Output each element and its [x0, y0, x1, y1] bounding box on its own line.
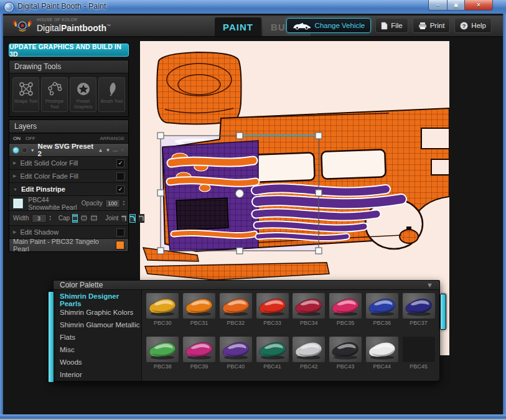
joint-miter-icon: [121, 216, 126, 221]
expand-icon[interactable]: ▶: [13, 174, 16, 179]
maximize-button[interactable]: ▣: [447, 0, 464, 11]
selection-handle[interactable]: [157, 133, 164, 139]
selection-handle[interactable]: [157, 248, 164, 254]
brush-tool-button[interactable]: Brush Tool: [98, 77, 125, 112]
window-border-right: [503, 14, 506, 414]
car-color-preview-icon: [367, 338, 398, 361]
color-swatch-pbc45[interactable]: PBC45: [400, 337, 437, 380]
width-stepper[interactable]: ▴▾: [50, 215, 51, 221]
expand-icon[interactable]: ▶: [13, 230, 16, 235]
print-button[interactable]: Print: [413, 18, 451, 33]
category-woods[interactable]: Woods: [60, 356, 141, 368]
width-value[interactable]: 3: [32, 214, 47, 223]
opacity-stepper[interactable]: ▴▾: [123, 200, 124, 206]
solid-fill-checkbox[interactable]: ✓: [116, 159, 124, 167]
minimize-button[interactable]: –: [428, 0, 447, 11]
edit-shadow-row[interactable]: ▶ Edit Shadow ✓: [9, 225, 128, 238]
category-interior[interactable]: Interior: [60, 368, 141, 381]
change-vehicle-button[interactable]: Change Vehicle: [286, 18, 372, 33]
window-titlebar[interactable]: Digital Paint Booth - Paint – ▣ ✕: [0, 0, 506, 14]
selection-handle[interactable]: [157, 190, 164, 196]
color-swatch-pbc36[interactable]: PBC36: [364, 293, 401, 336]
pinstripe-checkbox[interactable]: ✓: [116, 185, 124, 194]
category-shimrin-glamour-metallic[interactable]: Shimrin Glamour Metallic: [60, 319, 141, 331]
color-swatch-pbc31[interactable]: PBC31: [181, 293, 218, 336]
file-button[interactable]: File: [375, 18, 408, 33]
category-shimrin-designer-pearls[interactable]: Shimrin Designer Pearls: [60, 294, 141, 306]
palette-scrollbar-left[interactable]: [48, 291, 54, 383]
cap-square-icon: [91, 216, 97, 220]
toolbar-actions: Change Vehicle File Print ? Help: [286, 18, 492, 33]
shape-tool-button[interactable]: Shape Tool: [12, 77, 39, 112]
pinstripe-color-swatch[interactable]: [13, 198, 23, 208]
color-swatch-pbc30[interactable]: PBC30: [144, 293, 181, 336]
color-swatch-pbc37[interactable]: PBC37: [400, 293, 437, 336]
layer-off-radio[interactable]: [22, 147, 27, 153]
palette-scrollbar-right[interactable]: [440, 294, 446, 330]
selection-handle[interactable]: [237, 133, 243, 139]
joint-bevel-button[interactable]: [138, 214, 144, 223]
edit-solid-color-fill-row[interactable]: ▶ Edit Solid Color Fill ✓: [9, 156, 128, 169]
edit-color-fade-fill-row[interactable]: ▶ Edit Color Fade Fill ✓: [9, 169, 128, 182]
joint-round-button[interactable]: [129, 214, 136, 223]
category-shimrin-graphic-kolors[interactable]: Shimrin Graphic Kolors: [60, 306, 141, 319]
car-icon: [293, 21, 311, 30]
color-palette-header[interactable]: Color Palette ▼: [54, 281, 439, 290]
color-swatch-pbc35[interactable]: PBC35: [327, 293, 364, 336]
layer-dropdown-icon[interactable]: ▼: [30, 148, 35, 152]
swatch-tile: [366, 337, 398, 362]
selection-handle[interactable]: [316, 190, 322, 196]
cap-butt-button[interactable]: [72, 214, 78, 223]
arrange-up-icon[interactable]: ▲: [98, 147, 103, 153]
color-swatch-pbc43[interactable]: PBC43: [327, 337, 364, 380]
color-swatch-pbc32[interactable]: PBC32: [218, 293, 255, 336]
selection-center-handle[interactable]: [236, 190, 244, 198]
file-icon: [381, 22, 388, 30]
selection-handle[interactable]: [316, 248, 322, 254]
delete-layer-icon[interactable]: ✕: [120, 147, 124, 153]
preset-graphics-button[interactable]: Preset Graphics: [70, 77, 96, 112]
main-paint-swatch[interactable]: [116, 241, 124, 250]
window-controls: – ▣ ✕: [428, 0, 493, 11]
layer-on-radio[interactable]: [13, 147, 19, 153]
pinstripe-tool-button[interactable]: Pinstripe Tool: [41, 77, 68, 112]
brand-top-text: HOUSE OF KOLOR: [37, 17, 111, 22]
color-swatch-pbc44[interactable]: PBC44: [364, 337, 401, 380]
selection-handle[interactable]: [237, 248, 243, 254]
category-misc[interactable]: Misc: [60, 343, 141, 356]
arrange-down-icon[interactable]: ▼: [105, 147, 110, 153]
update-graphics-button[interactable]: UPDATE GRAPHICS AND BUILD IN 3D: [9, 44, 129, 57]
color-swatch-pbc42[interactable]: PBC42: [291, 337, 327, 380]
selection-handle[interactable]: [316, 133, 322, 139]
swatch-tile: [329, 337, 362, 362]
color-swatch-pbc39[interactable]: PBC39: [181, 337, 218, 380]
car-color-preview-icon: [184, 295, 215, 317]
opacity-value[interactable]: 100: [105, 199, 120, 208]
color-swatch-pbc34[interactable]: PBC34: [291, 293, 327, 336]
cap-square-button[interactable]: [90, 214, 98, 223]
window-title: Digital Paint Booth - Paint: [17, 2, 106, 11]
active-layer-row[interactable]: ▼ New SVG Preset 2 ▲ ▼ ▬ ✕: [9, 143, 128, 156]
swatch-tile: [183, 293, 215, 319]
fade-fill-checkbox[interactable]: ✓: [116, 172, 124, 180]
shadow-checkbox[interactable]: ✓: [116, 228, 124, 236]
swatch-grid: PBC30 PBC31 PBC32 PBC33 PBC34 PBC35 PBC3…: [142, 290, 439, 381]
edit-pinstripe-row[interactable]: ▼ Edit Pinstripe ✓: [9, 182, 128, 195]
collapse-icon[interactable]: ▼: [13, 187, 17, 192]
category-flats[interactable]: Flats: [60, 331, 141, 343]
color-swatch-pbc41[interactable]: PBC41: [254, 337, 291, 380]
joint-miter-button[interactable]: [121, 214, 127, 223]
cap-round-button[interactable]: [80, 214, 88, 223]
close-button[interactable]: ✕: [464, 0, 493, 11]
duplicate-layer-icon[interactable]: ▬: [113, 147, 118, 153]
tab-paint[interactable]: PAINT: [215, 17, 261, 36]
color-swatch-pbc33[interactable]: PBC33: [254, 293, 291, 336]
close-icon: ✕: [476, 2, 481, 8]
color-swatch-pbc38[interactable]: PBC38: [144, 337, 181, 380]
color-swatch-pbc40[interactable]: PBC40: [218, 337, 255, 380]
drawing-tools-header: Drawing Tools: [9, 60, 128, 73]
palette-collapse-button[interactable]: ▼: [426, 281, 433, 289]
main-paint-row[interactable]: Main Paint - PBC32 Tangelo Pearl: [9, 238, 128, 251]
expand-icon[interactable]: ▶: [13, 161, 16, 166]
help-button[interactable]: ? Help: [454, 18, 492, 33]
